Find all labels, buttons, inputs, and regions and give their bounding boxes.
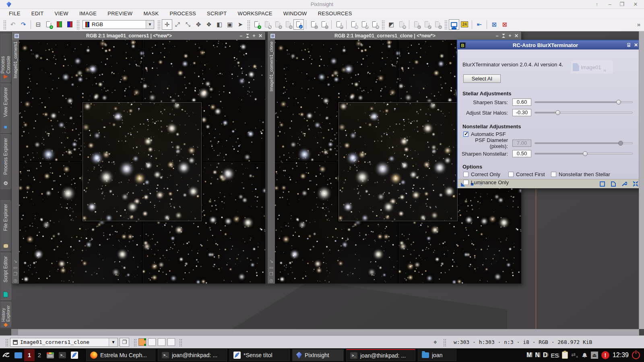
select-ai-button[interactable]: Select AI (463, 74, 501, 83)
browse-process-icon[interactable]: ⌕ (293, 19, 304, 30)
fit-view-icon[interactable]: ▭ (269, 264, 273, 271)
minimize-icon[interactable]: – (494, 33, 500, 39)
target-icon[interactable]: ◎ (269, 277, 273, 284)
process-reset-icon[interactable]: ↺ (359, 19, 369, 30)
menu-preview[interactable]: PREVIEW (107, 10, 132, 16)
fit-view-icon[interactable]: ▭ (13, 264, 17, 271)
keyboard-layout-indicator[interactable]: ES (551, 352, 559, 359)
mask-show-icon[interactable]: ◩ (386, 19, 396, 30)
wrench-icon[interactable] (621, 181, 627, 187)
clone-process-icon[interactable]: + (272, 19, 283, 30)
vertical-scrollbar[interactable] (639, 31, 644, 329)
process-settings-icon[interactable]: ⚙ (349, 19, 359, 30)
window-close-icon[interactable]: ✕ (630, 0, 641, 9)
menu-window[interactable]: WINDOW (283, 10, 307, 16)
menu-mask[interactable]: MASK (143, 10, 159, 16)
toolbar-overflow-chevron[interactable]: » (634, 19, 644, 30)
duplicate-view-button[interactable]: ❐ (120, 338, 129, 347)
tray-indicator-d[interactable]: D (543, 352, 548, 359)
menu-edit[interactable]: EDIT (31, 10, 44, 16)
toolbar-grip[interactable] (247, 20, 250, 29)
eject-icon[interactable]: ⏏ (591, 352, 598, 359)
adjust-star-halos-slider[interactable] (535, 109, 633, 116)
new-process-icon[interactable]: + (252, 19, 262, 30)
menu-file[interactable]: FILE (9, 10, 21, 16)
correct-only-checkbox[interactable]: Correct Only (463, 171, 500, 177)
icc-profile-icon[interactable] (64, 19, 75, 30)
toolbar-grip[interactable] (3, 20, 6, 29)
shade-icon[interactable] (502, 34, 506, 38)
navigation-diamond-icon[interactable]: ❖ (204, 19, 214, 30)
add-process-icon[interactable]: + (283, 19, 293, 30)
automatic-psf-checkbox[interactable]: Automatic PSF (463, 131, 506, 137)
cursor-icon[interactable]: ➤ (235, 19, 246, 30)
sidebar-item-file-explorer[interactable]: File Explorer (0, 200, 11, 251)
notifications-bell-icon[interactable]: 🔔︎ (582, 352, 588, 359)
color-management-icon[interactable] (54, 19, 64, 30)
starfield-image-1[interactable] (19, 40, 265, 284)
sharpen-stars-slider[interactable] (535, 99, 633, 106)
zoom-corner-icon[interactable]: ↘ (269, 258, 273, 264)
tray-indicator-m[interactable]: M (526, 352, 532, 359)
process-cancel-icon[interactable]: ✕ (369, 19, 380, 30)
shade-icon[interactable] (246, 34, 250, 38)
toolbar-grip[interactable] (133, 338, 137, 346)
mask-select-icon[interactable]: ⌕ (432, 19, 443, 30)
luminance-only-checkbox[interactable]: Luminance Only (463, 179, 509, 185)
taskbar-window-joan-folder[interactable]: joan (418, 349, 456, 361)
mask-remove-icon[interactable]: ✕ (396, 19, 407, 30)
menu-image[interactable]: IMAGE (79, 10, 97, 16)
maximize-icon[interactable]: + (251, 33, 257, 39)
sidebar-item-history-explorer[interactable]: History Explorer ◆ (0, 302, 11, 327)
documentation-icon[interactable] (611, 181, 616, 187)
adjust-star-halos-input[interactable]: -0.30 (512, 109, 531, 116)
fit-window-icon[interactable]: ⇤ (474, 19, 485, 30)
menu-view[interactable]: VIEW (54, 10, 68, 16)
zoom-corner-icon[interactable]: ↘ (13, 258, 17, 264)
mask-enable-icon[interactable]: ◐ (411, 19, 422, 30)
dock-dialog-icon[interactable]: ⍓ (625, 42, 632, 48)
image-identifier-icon[interactable]: ⊟ (33, 19, 43, 30)
nonstellar-then-stellar-checkbox[interactable]: Nonstellar then Stellar (551, 171, 610, 177)
close-window-icon[interactable]: ⊠ (489, 19, 500, 30)
horizontal-scrollbar[interactable] (11, 329, 639, 335)
minimize-icon[interactable]: – (238, 33, 244, 39)
sharpen-nonstellar-input[interactable]: 0.50 (512, 150, 531, 157)
menu-process[interactable]: PROCESS (169, 10, 196, 16)
workspace-1-button[interactable] (138, 338, 146, 346)
dialog-titlebar[interactable]: B RC-Astro BlurXTerminator ⍓ ✕ (458, 41, 642, 49)
display-channel-selector[interactable]: RGB ▼ (83, 20, 154, 29)
split-view-icon[interactable]: ◧ (214, 19, 225, 30)
toolbar-grip[interactable] (5, 338, 8, 346)
archive-launcher-icon[interactable] (44, 349, 56, 361)
sidebar-item-process-explorer[interactable]: Process Explorer ⚙ (0, 134, 11, 189)
chevron-down-icon[interactable]: ▼ (146, 21, 154, 29)
pan-mode-icon[interactable]: ✛ (162, 19, 172, 30)
image-window-2-titlebar[interactable]: RGB 2:1 Image01_corners1_clone | <*new*>… (268, 32, 521, 40)
new-image-icon[interactable]: + (43, 19, 54, 30)
taskbar-window-terminal-1[interactable]: >_ joan@thinkpad: ... (158, 349, 227, 361)
zoom-to-fit-icon[interactable]: ⤢ (172, 19, 183, 30)
toolbar-grip[interactable] (157, 20, 161, 29)
sync-arrows-icon[interactable]: ⇄✕ (571, 352, 578, 359)
menu-resources[interactable]: RESOURCES (318, 10, 352, 16)
taskbar-window-pixinsight[interactable]: PixInsight (292, 349, 344, 361)
window-restore-icon[interactable]: ❐ (617, 0, 627, 9)
workspace-pager-1[interactable]: 1 (24, 349, 35, 361)
screen-transfer-icon[interactable] (449, 19, 459, 30)
redo-icon[interactable]: ↷ (18, 19, 29, 30)
mask-invert-icon[interactable]: ✓ (422, 19, 432, 30)
close-icon[interactable]: ✕ (257, 33, 264, 39)
move-icon[interactable]: ✥ (193, 19, 204, 30)
active-view-selector[interactable]: Image01_corners1_clone ▼ (10, 338, 118, 347)
window-up-icon[interactable]: ↑ (592, 0, 602, 9)
sidebar-item-view-explorer[interactable]: View Explorer ■ (0, 84, 11, 133)
zoom-out-fit-icon[interactable]: ⤡ (183, 19, 193, 30)
workspace-4-button[interactable] (167, 338, 175, 346)
correct-first-checkbox[interactable]: Correct First (508, 171, 545, 177)
workspace-3-button[interactable] (158, 338, 165, 346)
toolbar-grip[interactable] (443, 338, 446, 346)
show-desktop-icon[interactable] (12, 349, 24, 361)
editor-launcher-icon[interactable] (68, 349, 80, 361)
toolbar-grip[interactable] (381, 20, 385, 29)
